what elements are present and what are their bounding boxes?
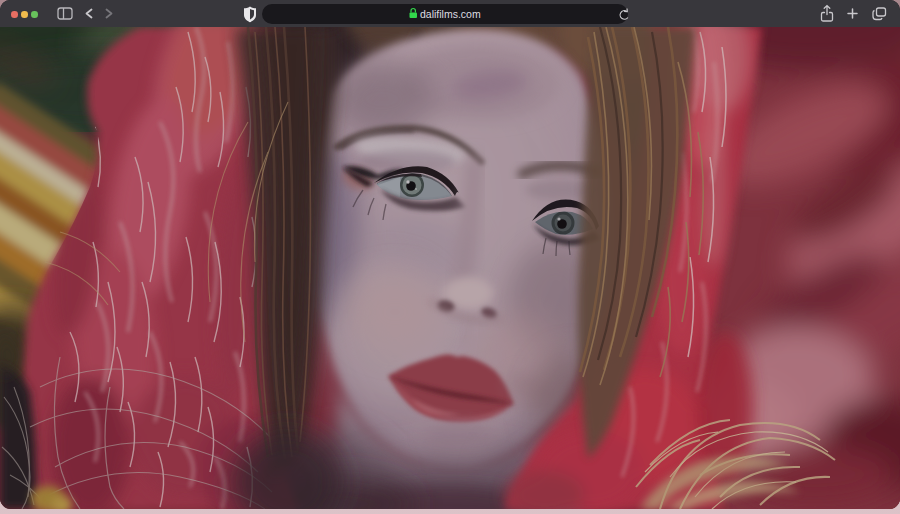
svg-text:dalifilms.com: dalifilms.com [420,8,481,20]
